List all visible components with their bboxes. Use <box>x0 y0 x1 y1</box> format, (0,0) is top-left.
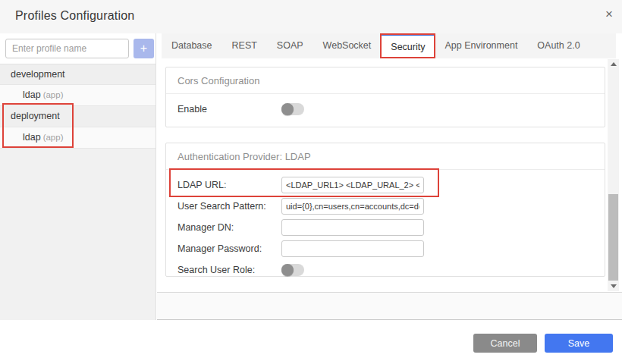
save-button[interactable]: Save <box>545 334 613 353</box>
auth-section-title: Authentication Provider: LDAP <box>166 143 605 170</box>
scrollbar-up-arrow-icon[interactable] <box>608 59 619 69</box>
profiles-configuration-dialog: Profiles Configuration × + development l… <box>0 0 622 364</box>
sidebar-item-ldap-deployment[interactable]: ldap(app) <box>0 127 156 149</box>
profile-app-suffix: (app) <box>43 90 64 99</box>
cors-enable-label: Enable <box>177 104 281 115</box>
ldap-url-row: LDAP URL: <box>177 176 593 194</box>
manager-password-label: Manager Password: <box>177 243 281 254</box>
sidebar: + development ldap(app) deployment ldap(… <box>0 33 156 320</box>
dialog-footer: Cancel Save <box>0 320 622 364</box>
manager-dn-row: Manager DN: <box>177 218 593 237</box>
profile-name-input[interactable] <box>5 39 129 58</box>
tab-oauth-20[interactable]: OAuth 2.0 <box>527 33 589 58</box>
dialog-header: Profiles Configuration × <box>0 0 622 33</box>
cancel-button[interactable]: Cancel <box>473 334 537 353</box>
manager-dn-input[interactable] <box>281 219 424 236</box>
tab-security[interactable]: Security <box>381 33 435 58</box>
ldap-url-input[interactable] <box>281 177 424 193</box>
tab-rest[interactable]: REST <box>222 33 267 58</box>
ldap-url-label: LDAP URL: <box>177 180 281 190</box>
cors-configuration-card: Cors Configuration Enable <box>165 67 605 127</box>
scrollbar-thumb[interactable] <box>608 194 618 281</box>
scrollbar-down-arrow-icon[interactable] <box>608 281 619 291</box>
cors-section-title: Cors Configuration <box>166 67 605 94</box>
user-search-pattern-row: User Search Pattern: <box>177 197 593 215</box>
tab-app-environment[interactable]: App Environment <box>435 33 527 58</box>
cors-enable-row: Enable <box>177 100 593 118</box>
content-scrollbar[interactable] <box>608 59 619 291</box>
page-title: Profiles Configuration <box>15 9 134 23</box>
sidebar-item-development[interactable]: development <box>0 64 156 85</box>
profile-app-suffix: (app) <box>43 133 64 142</box>
user-search-pattern-label: User Search Pattern: <box>177 201 281 212</box>
user-search-pattern-input[interactable] <box>281 198 424 215</box>
sidebar-item-ldap-development[interactable]: ldap(app) <box>0 85 156 106</box>
add-profile-button[interactable]: + <box>134 39 154 58</box>
tab-bar: Database REST SOAP WebSocket Security Ap… <box>162 33 616 58</box>
manager-password-row: Manager Password: <box>177 240 593 258</box>
tab-database[interactable]: Database <box>162 33 222 58</box>
security-tab-content: Cors Configuration Enable Authentication… <box>156 58 622 292</box>
close-icon[interactable]: × <box>605 8 613 20</box>
ldap-provider-card: Authentication Provider: LDAP LDAP URL: … <box>165 143 605 277</box>
manager-password-input[interactable] <box>281 240 424 257</box>
profile-list: development ldap(app) deployment ldap(ap… <box>0 64 156 149</box>
tab-websocket[interactable]: WebSocket <box>313 33 382 58</box>
search-user-role-toggle[interactable] <box>281 264 304 276</box>
search-user-role-row: Search User Role: <box>177 261 593 279</box>
tab-security-label: Security <box>391 42 425 52</box>
profile-app-label: ldap <box>23 89 41 100</box>
toggle-knob <box>281 103 294 115</box>
profile-app-label: ldap <box>23 132 41 143</box>
content-footer-strip <box>157 292 622 320</box>
profile-add-row: + <box>0 33 156 64</box>
search-user-role-label: Search User Role: <box>177 265 281 275</box>
toggle-knob <box>281 264 294 276</box>
cors-enable-toggle[interactable] <box>281 103 304 115</box>
manager-dn-label: Manager DN: <box>177 222 281 233</box>
tab-soap[interactable]: SOAP <box>267 33 313 58</box>
sidebar-item-deployment[interactable]: deployment <box>0 106 156 127</box>
